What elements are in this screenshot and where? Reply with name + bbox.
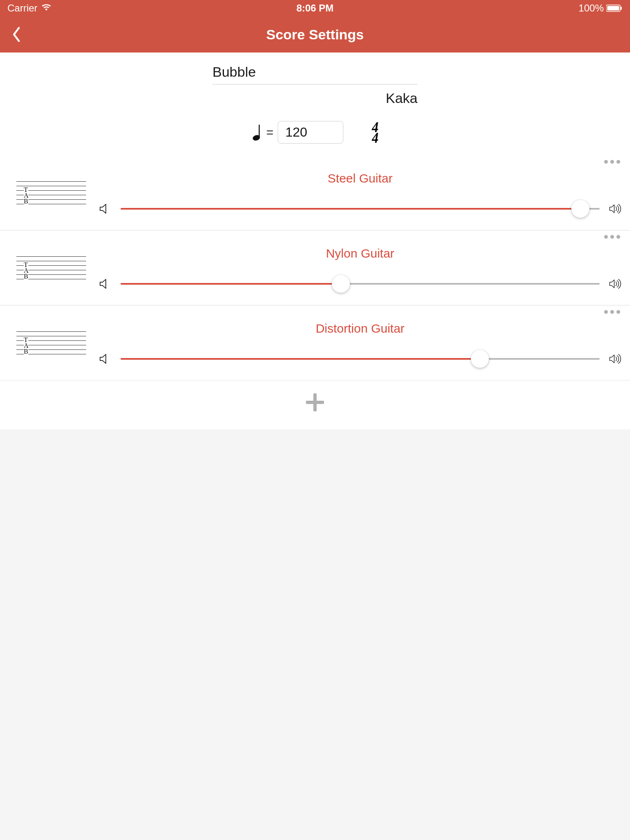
volume-slider[interactable] xyxy=(121,202,600,216)
equals-sign: = xyxy=(266,126,274,139)
back-button[interactable] xyxy=(8,26,25,43)
score-author-input[interactable]: Kaka xyxy=(212,84,418,106)
timesig-bottom: 4 xyxy=(372,132,379,143)
volume-full-icon[interactable] xyxy=(609,352,622,365)
content: Bubble Kaka = 120 4 4 xyxy=(0,52,630,156)
add-track-button[interactable] xyxy=(304,391,326,415)
more-button[interactable] xyxy=(604,160,620,164)
volume-slider[interactable] xyxy=(121,352,600,366)
svg-rect-6 xyxy=(306,401,324,404)
track-list: TAB Steel Guitar xyxy=(0,156,630,380)
volume-mute-icon[interactable] xyxy=(98,352,112,365)
volume-row xyxy=(98,202,622,216)
volume-row xyxy=(98,352,622,366)
battery-icon xyxy=(606,5,623,12)
tab-label: TAB xyxy=(24,262,28,279)
track-name[interactable]: Distortion Guitar xyxy=(98,322,622,336)
battery-label: 100% xyxy=(579,2,604,14)
score-title-input[interactable]: Bubble xyxy=(212,61,418,84)
tempo-group: = 120 xyxy=(251,121,343,144)
time-signature[interactable]: 4 4 xyxy=(372,121,379,143)
status-bar: Carrier 8:06 PM 100% xyxy=(0,0,630,16)
volume-slider[interactable] xyxy=(121,277,600,291)
volume-mute-icon[interactable] xyxy=(98,202,112,215)
score-header: Bubble Kaka = 120 4 4 xyxy=(0,52,630,156)
tempo-row: = 120 4 4 xyxy=(0,121,630,144)
track-main: Nylon Guitar xyxy=(98,238,622,291)
wifi-icon xyxy=(41,2,51,14)
track-main: Distortion Guitar xyxy=(98,313,622,366)
tab-staff-icon: TAB xyxy=(16,256,86,291)
more-button[interactable] xyxy=(604,235,620,239)
carrier-label: Carrier xyxy=(7,2,37,14)
volume-row xyxy=(98,277,622,291)
volume-full-icon[interactable] xyxy=(609,202,622,215)
track-card: TAB Distortion Guitar xyxy=(0,306,630,380)
tab-label: TAB xyxy=(24,187,28,204)
volume-full-icon[interactable] xyxy=(609,277,622,290)
status-time: 8:06 PM xyxy=(212,2,418,14)
tab-staff-icon: TAB xyxy=(16,331,86,366)
track-card: TAB Nylon Guitar xyxy=(0,231,630,305)
track-name[interactable]: Steel Guitar xyxy=(98,171,622,185)
svg-rect-1 xyxy=(607,6,619,11)
tab-staff-icon: TAB xyxy=(16,181,86,216)
track-card: TAB Steel Guitar xyxy=(0,156,630,230)
add-track-row xyxy=(0,381,630,429)
track-main: Steel Guitar xyxy=(98,163,622,216)
page-title: Score Settings xyxy=(0,27,630,43)
tempo-input[interactable]: 120 xyxy=(278,121,343,144)
svg-rect-2 xyxy=(621,7,622,10)
status-left: Carrier xyxy=(7,2,212,14)
volume-mute-icon[interactable] xyxy=(98,277,112,290)
status-right: 100% xyxy=(418,2,623,14)
tab-label: TAB xyxy=(24,337,28,354)
quarter-note-icon xyxy=(251,124,262,141)
nav-bar: Score Settings xyxy=(0,16,630,52)
more-button[interactable] xyxy=(604,310,620,314)
track-name[interactable]: Nylon Guitar xyxy=(98,247,622,260)
